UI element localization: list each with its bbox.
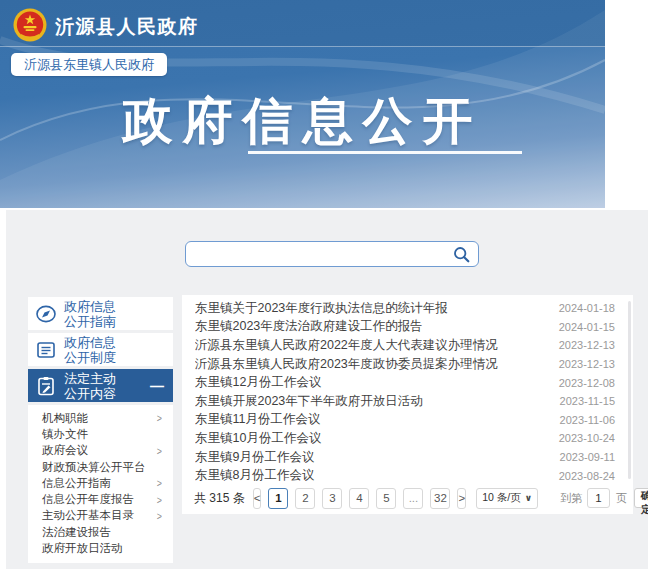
news-row[interactable]: 东里镇开展2023年下半年政府开放日活动2023-11-15: [182, 392, 633, 411]
news-title[interactable]: 东里镇11月份工作会议: [195, 411, 550, 428]
sidebar-subitem-label: 财政预决算公开平台: [42, 460, 146, 475]
page-buttons: 12345...32: [268, 488, 457, 509]
national-emblem-icon: [13, 8, 47, 42]
page-button-1[interactable]: 1: [268, 488, 288, 509]
chevron-right-icon: >: [156, 477, 161, 489]
jump-label: 到第: [560, 491, 582, 506]
search-button[interactable]: [444, 242, 478, 266]
sub-site-button[interactable]: 沂源县东里镇人民政府: [11, 53, 167, 76]
sidebar-subitem-label: 镇办文件: [42, 427, 88, 442]
sidebar-subitem-label: 机构职能: [42, 411, 88, 426]
news-title[interactable]: 东里镇开展2023年下半年政府开放日活动: [195, 393, 550, 410]
sidebar-subitem-5[interactable]: 信息公开年度报告>: [28, 491, 173, 507]
page-button-4[interactable]: 4: [349, 488, 369, 509]
compass-icon: [28, 303, 64, 325]
search-icon: [453, 246, 470, 263]
news-title[interactable]: 沂源县东里镇人民政府2023年度政协委员提案办理情况: [195, 356, 549, 373]
sidebar-subitem-label: 法治建设报告: [42, 525, 111, 540]
news-panel: 东里镇关于2023年度行政执法信息的统计年报2024-01-18东里镇2023年…: [182, 295, 633, 514]
news-date: 2023-09-11: [560, 451, 615, 463]
sidebar-submenu: 机构职能>镇办文件政府会议>财政预决算公开平台信息公开指南>信息公开年度报告>主…: [28, 405, 173, 563]
search-box: [185, 241, 479, 267]
scrollbar[interactable]: [628, 301, 631, 479]
news-title[interactable]: 东里镇9月份工作会议: [195, 449, 550, 466]
sidebar-item-label: 法定主动公开内容: [64, 371, 116, 401]
sidebar-subitem-7[interactable]: 法治建设报告: [28, 524, 173, 540]
news-row[interactable]: 东里镇11月份工作会议2023-11-06: [182, 411, 633, 430]
page-button-2[interactable]: 2: [295, 488, 315, 509]
news-date: 2023-12-13: [559, 339, 615, 351]
site-name: 沂源县人民政府: [55, 14, 199, 40]
sidebar-item-label: 政府信息公开指南: [64, 299, 116, 329]
news-row[interactable]: 沂源县东里镇人民政府2023年度政协委员提案办理情况2023-12-13: [182, 355, 633, 374]
page-title: 政府信息公开: [0, 88, 605, 155]
total-count: 共 315 条: [194, 490, 245, 507]
news-date: 2023-11-15: [560, 395, 615, 407]
chevron-right-icon: >: [156, 412, 161, 424]
news-date: 2023-08-24: [559, 470, 615, 482]
page-ellipsis-button[interactable]: ...: [403, 488, 423, 509]
sidebar-subitem-4[interactable]: 信息公开指南>: [28, 475, 173, 491]
sidebar-item-statutory-disclosure[interactable]: 法定主动公开内容 —: [28, 369, 173, 402]
title-underline: [248, 151, 522, 154]
news-row[interactable]: 东里镇2023年度法治政府建设工作的报告2024-01-15: [182, 318, 633, 337]
news-title[interactable]: 东里镇关于2023年度行政执法信息的统计年报: [195, 300, 549, 317]
page-size-select[interactable]: 10 条/页 ∨: [476, 488, 538, 509]
jump-page-input[interactable]: [587, 488, 610, 508]
sidebar-subitem-label: 政府会议: [42, 443, 88, 458]
news-row[interactable]: 东里镇8月份工作会议2023-08-24: [182, 466, 633, 485]
page-button-3[interactable]: 3: [322, 488, 342, 509]
sidebar-subitem-3[interactable]: 财政预决算公开平台: [28, 459, 173, 475]
banner: 沂源县人民政府 沂源县东里镇人民政府 政府信息公开: [0, 0, 605, 208]
prev-page-button[interactable]: <: [253, 488, 262, 509]
news-date: 2023-12-13: [559, 358, 615, 370]
news-date: 2023-12-08: [559, 377, 615, 389]
news-date: 2024-01-15: [559, 321, 615, 333]
confirm-button[interactable]: 确定: [634, 488, 648, 508]
chevron-right-icon: >: [156, 445, 161, 457]
content-area: 政府信息公开指南 政府信息公开制度: [6, 210, 648, 569]
chevron-right-icon: >: [156, 494, 161, 506]
pagination: 共 315 条 < 12345...32 > 10 条/页 ∨ 到第 页 确定: [194, 486, 627, 510]
next-page-button[interactable]: >: [457, 488, 466, 509]
news-date: 2023-11-06: [560, 414, 615, 426]
sidebar-subitem-0[interactable]: 机构职能>: [28, 410, 173, 426]
sidebar-subitem-2[interactable]: 政府会议>: [28, 443, 173, 459]
news-row[interactable]: 东里镇9月份工作会议2023-09-11: [182, 448, 633, 467]
news-row[interactable]: 东里镇12月份工作会议2023-12-08: [182, 373, 633, 392]
sidebar: 政府信息公开指南 政府信息公开制度: [28, 297, 173, 563]
news-row[interactable]: 东里镇关于2023年度行政执法信息的统计年报2024-01-18: [182, 299, 633, 318]
news-title[interactable]: 东里镇12月份工作会议: [195, 374, 549, 391]
sidebar-subitem-6[interactable]: 主动公开基本目录>: [28, 508, 173, 524]
news-date: 2023-10-24: [559, 432, 615, 444]
chevron-right-icon: >: [156, 510, 161, 522]
jump-suffix: 页: [616, 491, 627, 506]
sidebar-subitem-8[interactable]: 政府开放日活动: [28, 540, 173, 556]
sidebar-item-label: 政府信息公开制度: [64, 335, 116, 365]
page-button-32[interactable]: 32: [430, 488, 450, 509]
sidebar-subitem-label: 政府开放日活动: [42, 541, 123, 556]
sidebar-subitem-label: 信息公开指南: [42, 476, 111, 491]
sidebar-subitem-label: 信息公开年度报告: [42, 492, 134, 507]
news-title[interactable]: 沂源县东里镇人民政府2022年度人大代表建议办理情况: [195, 337, 549, 354]
clipboard-pencil-icon: [28, 375, 64, 397]
document-list-icon: [28, 339, 64, 361]
news-title[interactable]: 东里镇8月份工作会议: [195, 467, 549, 484]
sidebar-item-rules[interactable]: 政府信息公开制度: [28, 333, 173, 366]
news-title[interactable]: 东里镇2023年度法治政府建设工作的报告: [195, 318, 549, 335]
news-row[interactable]: 东里镇10月份工作会议2023-10-24: [182, 429, 633, 448]
collapse-minus-icon[interactable]: —: [150, 378, 164, 394]
sidebar-item-guide[interactable]: 政府信息公开指南: [28, 297, 173, 330]
news-date: 2024-01-18: [559, 302, 615, 314]
page-button-5[interactable]: 5: [376, 488, 396, 509]
page: 沂源县人民政府 沂源县东里镇人民政府 政府信息公开: [0, 0, 648, 569]
page-size-value: 10 条/页: [482, 491, 521, 505]
chevron-down-icon: ∨: [525, 493, 532, 503]
sidebar-subitem-1[interactable]: 镇办文件: [28, 426, 173, 442]
search-input[interactable]: [186, 242, 444, 266]
news-list: 东里镇关于2023年度行政执法信息的统计年报2024-01-18东里镇2023年…: [182, 295, 633, 485]
news-title[interactable]: 东里镇10月份工作会议: [195, 430, 549, 447]
sidebar-subitem-label: 主动公开基本目录: [42, 508, 134, 523]
news-row[interactable]: 沂源县东里镇人民政府2022年度人大代表建议办理情况2023-12-13: [182, 336, 633, 355]
